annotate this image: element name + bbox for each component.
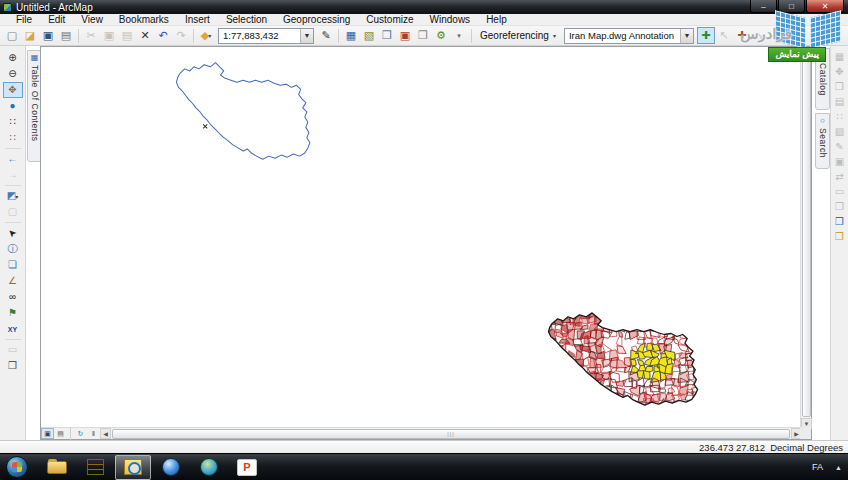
search-window-button[interactable]: ❒ bbox=[378, 27, 396, 44]
docked-button-2-button: ✥ bbox=[832, 64, 847, 79]
zoom-in-button[interactable]: ⊕ bbox=[3, 50, 23, 66]
add-control-points-button[interactable]: ✚ bbox=[697, 27, 715, 44]
fixed-zoom-in-icon: ∷ bbox=[9, 117, 15, 127]
toolbar-separator bbox=[338, 29, 339, 43]
georeferencing-menu-button[interactable]: Georeferencing ▾ bbox=[475, 27, 561, 44]
print-button[interactable]: ▤ bbox=[57, 27, 75, 44]
tools-toolbar: ⊕⊖✥●∷∷←→◩▾▢➤ⓘ❏∠∞⚑XY▭❐ bbox=[0, 46, 26, 440]
viewer-window-button[interactable]: ❐ bbox=[3, 358, 23, 374]
scroll-left-icon[interactable]: ◀ bbox=[100, 428, 111, 439]
docked-button-12-button[interactable]: ❒ bbox=[832, 214, 847, 229]
pan-button[interactable]: ✥ bbox=[3, 82, 23, 98]
select-link-icon: ↖ bbox=[719, 30, 728, 41]
toolbar-separator bbox=[78, 29, 79, 43]
docked-button-4-icon: ▤ bbox=[835, 97, 844, 107]
scroll-up-icon[interactable]: ▲ bbox=[801, 47, 812, 58]
horizontal-scroll-thumb[interactable]: ||| bbox=[112, 429, 790, 439]
pause-drawing-button[interactable]: ‖ bbox=[87, 428, 100, 439]
full-extent-button[interactable]: ● bbox=[3, 98, 23, 114]
toolbar-options-icon: ▾ bbox=[457, 32, 461, 39]
search-tab[interactable]: ○ Search bbox=[815, 113, 830, 169]
taskbar-arccatalog[interactable] bbox=[77, 455, 113, 480]
globe-icon bbox=[162, 458, 180, 476]
layout-view-button[interactable]: ▤ bbox=[54, 428, 67, 439]
menu-view[interactable]: View bbox=[73, 14, 111, 26]
folder-icon bbox=[47, 461, 67, 474]
taskbar-arcmap[interactable] bbox=[115, 455, 151, 480]
fixed-zoom-in-button[interactable]: ∷ bbox=[3, 114, 23, 130]
map-scale-combobox[interactable]: 1:77,883,432 ▼ bbox=[218, 28, 314, 44]
taskbar-arcglobe[interactable] bbox=[153, 455, 189, 480]
fixed-zoom-out-button[interactable]: ∷ bbox=[3, 130, 23, 146]
find-route-button[interactable]: ⚑ bbox=[3, 305, 23, 321]
horizontal-scrollbar[interactable]: ▣▤↻‖ ◀ ||| ▶ bbox=[41, 427, 802, 439]
menu-windows[interactable]: Windows bbox=[422, 14, 479, 26]
menu-edit[interactable]: Edit bbox=[40, 14, 73, 26]
table-of-contents-window-button[interactable]: ▦ bbox=[342, 27, 360, 44]
go-to-xy-button[interactable]: XY bbox=[3, 321, 23, 337]
taskbar-globe-app[interactable] bbox=[191, 455, 227, 480]
refresh-view-button[interactable]: ↻ bbox=[74, 428, 87, 439]
menu-bookmarks[interactable]: Bookmarks bbox=[111, 14, 177, 26]
paste-button: ▤ bbox=[118, 27, 136, 44]
title-bar: Untitled - ArcMap – □ ✕ bbox=[0, 0, 848, 14]
close-button[interactable]: ✕ bbox=[806, 0, 844, 13]
menu-geoprocessing[interactable]: Geoprocessing bbox=[275, 14, 358, 26]
select-features-button[interactable]: ◩▾ bbox=[3, 188, 23, 204]
arctoolbox-icon: ▣ bbox=[400, 30, 410, 41]
map-canvas[interactable]: ▲ ▼ ▣▤↻‖ ◀ ||| ▶ bbox=[40, 46, 812, 440]
docked-button-3-icon: ❒ bbox=[835, 82, 844, 92]
menu-customize[interactable]: Customize bbox=[358, 14, 421, 26]
menu-file[interactable]: File bbox=[8, 14, 40, 26]
system-tray: FA ▲ bbox=[812, 462, 848, 472]
docked-button-1-button: ▦ bbox=[832, 49, 847, 64]
chevron-down-icon[interactable]: ▼ bbox=[300, 29, 313, 43]
georeferencing-label: Georeferencing bbox=[480, 30, 549, 41]
find-button[interactable]: ∞ bbox=[3, 289, 23, 305]
maximize-button[interactable]: □ bbox=[778, 0, 805, 13]
menu-insert[interactable]: Insert bbox=[177, 14, 218, 26]
identify-button[interactable]: ⓘ bbox=[3, 241, 23, 257]
identify-icon: ⓘ bbox=[8, 244, 18, 254]
docked-button-7-icon: ✎ bbox=[835, 142, 843, 152]
taskbar-windows-explorer[interactable] bbox=[39, 455, 75, 480]
language-indicator[interactable]: FA bbox=[812, 462, 823, 472]
delete-button[interactable]: ✕ bbox=[136, 27, 154, 44]
zoom-out-button[interactable]: ⊖ bbox=[3, 66, 23, 82]
menu-selection[interactable]: Selection bbox=[218, 14, 275, 26]
docked-button-13-button[interactable]: ❒ bbox=[832, 229, 847, 244]
model-builder-button[interactable]: ⚙ bbox=[432, 27, 450, 44]
menu-help[interactable]: Help bbox=[478, 14, 515, 26]
vertical-scrollbar[interactable]: ▲ ▼ bbox=[800, 47, 811, 429]
model-builder-icon: ⚙ bbox=[436, 30, 446, 41]
delete-link-button: ✕ bbox=[769, 27, 787, 44]
taskbar-powerpoint[interactable]: P bbox=[229, 455, 265, 480]
show-hidden-icons-icon[interactable]: ▲ bbox=[835, 464, 842, 471]
minimize-button[interactable]: – bbox=[750, 0, 777, 13]
catalog-window-button[interactable]: ▧ bbox=[360, 27, 378, 44]
undo-button[interactable]: ↶ bbox=[154, 27, 172, 44]
save-button[interactable]: ▣ bbox=[39, 27, 57, 44]
open-button[interactable]: ◪ bbox=[21, 27, 39, 44]
start-button[interactable] bbox=[6, 456, 28, 478]
go-back-extent-button[interactable]: ← bbox=[3, 151, 23, 167]
toolbar-options-button[interactable]: ▾ bbox=[450, 27, 468, 44]
python-window-button[interactable]: ❒ bbox=[414, 27, 432, 44]
georeferencing-layer-combobox[interactable]: Iran Map.dwg Annotation ▼ bbox=[564, 28, 694, 44]
add-data-button[interactable]: ◆▾ bbox=[197, 27, 215, 44]
select-elements-button[interactable]: ➤ bbox=[3, 225, 23, 241]
data-view-button[interactable]: ▣ bbox=[41, 428, 54, 439]
arctoolbox-button[interactable]: ▣ bbox=[396, 27, 414, 44]
editor-sketch-button[interactable]: ✎ bbox=[317, 27, 335, 44]
catalog-tab[interactable]: ❒ Catalog bbox=[815, 48, 830, 110]
menu-bar: File Edit View Bookmarks Insert Selectio… bbox=[0, 14, 848, 26]
html-popup-button[interactable]: ❏ bbox=[3, 257, 23, 273]
auto-registration-button[interactable]: ✚ bbox=[733, 27, 751, 44]
iran-outline-layer bbox=[159, 57, 313, 169]
new-map-button[interactable]: ▢ bbox=[3, 27, 21, 44]
measure-button[interactable]: ∠ bbox=[3, 273, 23, 289]
vertical-scroll-thumb[interactable] bbox=[802, 59, 811, 417]
scroll-grip-icon: ||| bbox=[447, 431, 455, 437]
print-icon: ▤ bbox=[61, 30, 71, 41]
chevron-down-icon[interactable]: ▼ bbox=[680, 29, 693, 43]
